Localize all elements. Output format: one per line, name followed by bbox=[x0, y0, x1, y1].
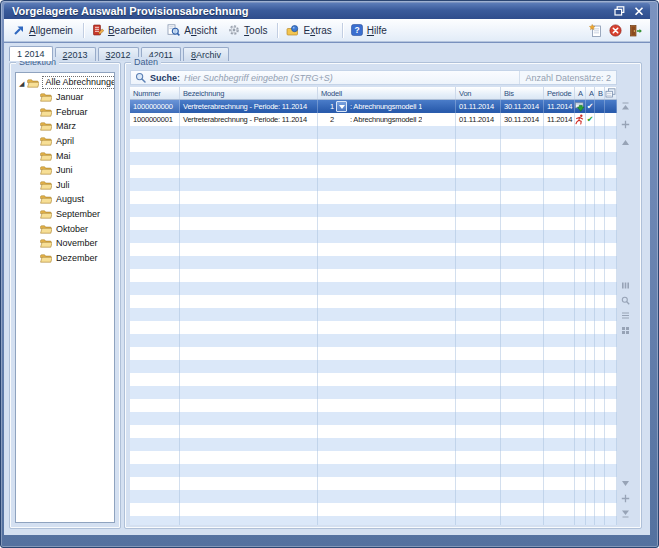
tree-item-september[interactable]: September bbox=[16, 207, 114, 222]
tree-item-august[interactable]: August bbox=[16, 192, 114, 207]
empty-row bbox=[130, 282, 617, 295]
tab-2-2013[interactable]: 2 2013 bbox=[55, 47, 96, 61]
bars-button[interactable] bbox=[620, 280, 631, 291]
new-doc-icon bbox=[589, 24, 602, 37]
tri-down-button[interactable] bbox=[620, 478, 631, 489]
tree-item-februar[interactable]: Februar bbox=[16, 105, 114, 120]
tri-up-button[interactable] bbox=[620, 137, 631, 148]
header-cell-modell[interactable]: Modell bbox=[318, 87, 456, 99]
tree-item-november[interactable]: November bbox=[16, 236, 114, 251]
new-button[interactable] bbox=[589, 24, 602, 37]
modell-text: : Abrechnungsmodell 1 bbox=[350, 102, 422, 111]
edit-book-icon bbox=[92, 24, 104, 36]
header-cell-b[interactable]: B bbox=[595, 87, 605, 99]
tree-item-juni[interactable]: Juni bbox=[16, 163, 114, 178]
empty-row bbox=[130, 152, 617, 165]
tree-item-marz[interactable]: März bbox=[16, 119, 114, 134]
toolbar-item-extras[interactable]: Extras bbox=[282, 22, 337, 38]
grid-side-strip bbox=[619, 87, 632, 525]
toolbar-item-bearbeiten[interactable]: Bearbeiten bbox=[88, 22, 162, 38]
tree-item-april[interactable]: April bbox=[16, 134, 114, 149]
cell-a1 bbox=[575, 113, 586, 126]
cancel-icon bbox=[609, 24, 622, 37]
empty-row bbox=[130, 191, 617, 204]
tree-item-label: Januar bbox=[56, 92, 84, 102]
arrow-ne-icon bbox=[13, 24, 25, 36]
header-label: Bis bbox=[504, 89, 514, 98]
empty-row bbox=[130, 464, 617, 477]
plus-button[interactable] bbox=[620, 119, 631, 130]
view-magnifier-icon bbox=[167, 24, 180, 36]
folder-icon bbox=[40, 194, 52, 204]
cell-bis: 30.11.2014 bbox=[501, 100, 544, 113]
header-cell-bezeichnung[interactable]: Bezeichnung bbox=[180, 87, 318, 99]
empty-row bbox=[130, 308, 617, 321]
scroll-line-down-button[interactable] bbox=[620, 508, 631, 519]
tree-item-label: Oktober bbox=[56, 224, 88, 234]
tree-item-januar[interactable]: Januar bbox=[16, 90, 114, 105]
empty-row bbox=[130, 165, 617, 178]
toolbar-item-ansicht[interactable]: Ansicht bbox=[163, 22, 223, 38]
header-cell-chooser[interactable] bbox=[605, 87, 617, 99]
window-restore-button[interactable] bbox=[612, 5, 627, 18]
cell-nummer: 1000000001 bbox=[130, 113, 180, 126]
empty-row bbox=[130, 269, 617, 282]
export-flag-icon bbox=[575, 102, 585, 112]
empty-row bbox=[130, 360, 617, 373]
exit-button[interactable] bbox=[629, 24, 642, 37]
dropdown-button[interactable] bbox=[336, 101, 347, 112]
column-chooser-icon[interactable] bbox=[605, 88, 616, 98]
tree-item-label: September bbox=[56, 209, 100, 219]
tab-8-archiv[interactable]: 8 Archiv bbox=[183, 47, 229, 61]
search-bar[interactable]: Suche: Hier Suchbegriff eingeben (STRG+S… bbox=[130, 70, 617, 85]
lines-button[interactable] bbox=[620, 310, 631, 321]
tree-item-juli[interactable]: Juli bbox=[16, 178, 114, 193]
header-cell-periode[interactable]: Periode bbox=[544, 87, 575, 99]
scroll-line-up-icon bbox=[621, 102, 630, 111]
header-cell-a2[interactable]: A bbox=[586, 87, 595, 99]
plus-icon bbox=[621, 120, 630, 129]
header-cell-von[interactable]: Von bbox=[456, 87, 501, 99]
toolbar-separator bbox=[277, 23, 278, 38]
tree-item-label: März bbox=[56, 121, 76, 131]
header-label: Bezeichnung bbox=[183, 89, 224, 98]
header-label: Nummer bbox=[133, 89, 161, 98]
tree-item-oktober[interactable]: Oktober bbox=[16, 221, 114, 236]
cell-von: 01.11.2014 bbox=[456, 100, 501, 113]
header-cell-bis[interactable]: Bis bbox=[501, 87, 544, 99]
folder-icon bbox=[40, 209, 52, 219]
daten-groupbox: Daten Suche: Hier Suchbegriff eingeben (… bbox=[124, 62, 642, 529]
magnifier-button[interactable] bbox=[620, 295, 631, 306]
scroll-line-up-button[interactable] bbox=[620, 101, 631, 112]
cell-periode: 11.2014 bbox=[544, 113, 575, 126]
cancel-button[interactable] bbox=[609, 24, 622, 37]
grid-body: 1000000000Vertreterabrechnung - Periode:… bbox=[130, 100, 617, 525]
empty-row bbox=[130, 178, 617, 191]
empty-row bbox=[130, 204, 617, 217]
expander-icon[interactable] bbox=[19, 78, 24, 88]
search-icon bbox=[135, 72, 146, 83]
grid-sm-button[interactable] bbox=[620, 325, 631, 336]
tab-1-2014[interactable]: 1 2014 bbox=[9, 46, 53, 61]
folder-icon bbox=[40, 224, 52, 234]
tree-item-mai[interactable]: Mai bbox=[16, 148, 114, 163]
header-cell-nummer[interactable]: Nummer bbox=[130, 87, 180, 99]
window-controls bbox=[612, 5, 646, 18]
table-row[interactable]: 1000000001Vertreterabrechnung - Periode:… bbox=[130, 113, 617, 126]
toolbar-item-allgemein[interactable]: Allgemein bbox=[9, 22, 79, 38]
tree-item-dezember[interactable]: Dezember bbox=[16, 251, 114, 266]
toolbar-item-tools[interactable]: Tools bbox=[224, 22, 273, 38]
header-cell-a1[interactable]: A bbox=[575, 87, 586, 99]
plus-button[interactable] bbox=[620, 493, 631, 504]
search-placeholder: Hier Suchbegriff eingeben (STRG+S) bbox=[184, 73, 515, 83]
toolbar-item-hilfe[interactable]: ?Hilfe bbox=[347, 22, 393, 38]
window-close-button[interactable] bbox=[631, 5, 646, 18]
close-icon bbox=[634, 7, 644, 16]
empty-row bbox=[130, 347, 617, 360]
table-row[interactable]: 1000000000Vertreterabrechnung - Periode:… bbox=[130, 100, 617, 113]
tree-root-item[interactable]: Alle Abrechnungen bbox=[16, 75, 114, 90]
strip-middle bbox=[619, 280, 632, 336]
folder-icon bbox=[40, 92, 52, 102]
header-label: B bbox=[598, 89, 603, 98]
modell-number: 2 bbox=[321, 115, 334, 124]
